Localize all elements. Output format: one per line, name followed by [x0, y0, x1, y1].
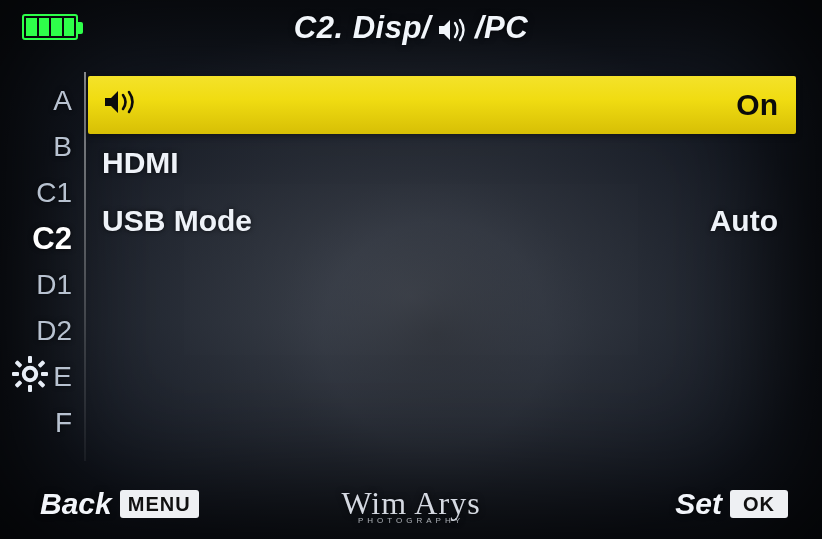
tab-a[interactable]: A	[12, 78, 82, 124]
ok-keycap-icon: OK	[730, 490, 788, 518]
menu-item-usb-mode[interactable]: USB Mode Auto	[88, 192, 796, 250]
tab-f[interactable]: F	[12, 400, 82, 446]
title-suffix: /PC	[475, 10, 528, 46]
tab-d1[interactable]: D1	[12, 262, 82, 308]
speaker-sound-icon	[437, 17, 471, 43]
page-title: C2. Disp/ /PC	[0, 10, 822, 46]
tab-d2[interactable]: D2	[12, 308, 82, 354]
gear-icon[interactable]	[10, 354, 50, 394]
menu-item-value: On	[736, 88, 778, 122]
svg-rect-6	[38, 380, 46, 388]
svg-point-0	[24, 368, 36, 380]
menu-item-beep[interactable]: On	[88, 76, 796, 134]
svg-rect-7	[38, 360, 46, 368]
menu-item-label: USB Mode	[102, 204, 252, 238]
menu-rows: On HDMI USB Mode Auto	[88, 76, 796, 250]
tab-c2[interactable]: C2	[12, 216, 82, 262]
footer-bar: Back MENU Set OK	[40, 487, 788, 521]
svg-rect-8	[15, 380, 23, 388]
speaker-sound-icon	[102, 88, 142, 123]
svg-rect-4	[41, 372, 48, 376]
menu-item-label: HDMI	[102, 146, 179, 180]
menu-keycap-icon: MENU	[120, 490, 199, 518]
svg-rect-1	[28, 356, 32, 363]
svg-rect-5	[15, 360, 23, 368]
title-prefix: C2. Disp/	[294, 10, 431, 46]
set-button[interactable]: Set OK	[675, 487, 788, 521]
tab-b[interactable]: B	[12, 124, 82, 170]
menu-item-value: Auto	[710, 204, 778, 238]
tab-c1[interactable]: C1	[12, 170, 82, 216]
svg-rect-3	[12, 372, 19, 376]
sidebar-divider	[84, 72, 86, 461]
svg-rect-2	[28, 385, 32, 392]
back-label: Back	[40, 487, 112, 521]
back-button[interactable]: Back MENU	[40, 487, 199, 521]
set-label: Set	[675, 487, 722, 521]
menu-item-hdmi[interactable]: HDMI	[88, 134, 796, 192]
